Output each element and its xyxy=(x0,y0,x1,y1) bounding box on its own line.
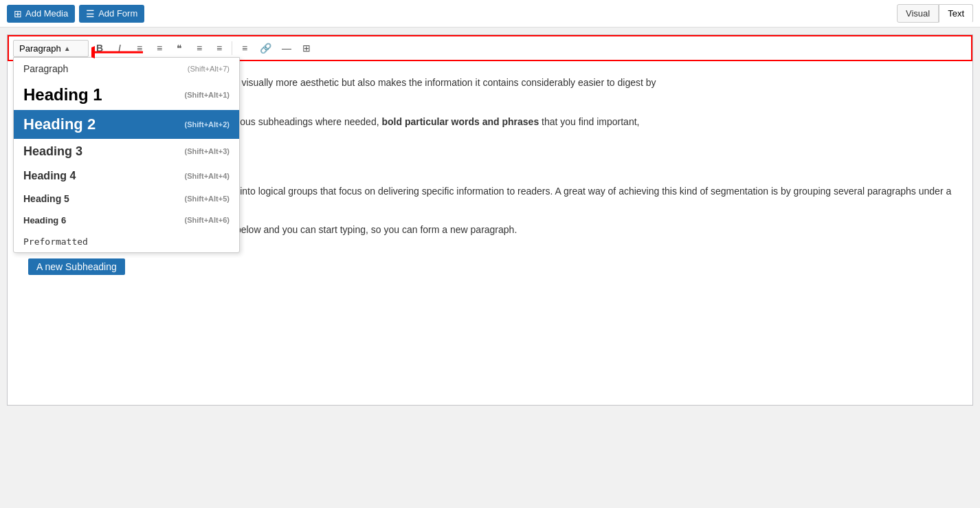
dropdown-item-heading4[interactable]: Heading 4 (Shift+Alt+4) xyxy=(14,164,239,188)
dropdown-item-paragraph-label: Paragraph xyxy=(23,63,68,74)
tab-visual[interactable]: Visual xyxy=(897,4,939,23)
dropdown-item-heading4-label: Heading 4 xyxy=(23,170,76,182)
bold-button[interactable]: B xyxy=(91,39,109,57)
add-media-button[interactable]: ⊞ Add Media xyxy=(7,5,75,23)
toolbar-separator xyxy=(232,41,232,55)
align-left-button[interactable]: ≡ xyxy=(190,39,208,57)
dropdown-item-heading2[interactable]: Heading 2 (Shift+Alt+2) xyxy=(14,110,239,139)
align-center-button[interactable]: ≡ xyxy=(210,39,228,57)
dropdown-item-heading2-shortcut: (Shift+Alt+2) xyxy=(185,120,230,129)
dropdown-item-heading5-shortcut: (Shift+Alt+5) xyxy=(185,195,230,203)
ordered-list-button[interactable]: ≡ xyxy=(131,39,148,57)
view-tabs: Visual Text xyxy=(897,4,973,23)
hr-button[interactable]: — xyxy=(278,39,296,57)
subheading-badge-wrapper: A new Subheading xyxy=(28,258,952,275)
format-dropdown-wrapper: Paragraph ▲ Paragraph (Shift+Alt+7) Head… xyxy=(13,40,89,57)
dropdown-item-paragraph-shortcut: (Shift+Alt+7) xyxy=(188,65,230,73)
align-right-button[interactable]: ≡ xyxy=(236,39,254,57)
dropdown-item-heading3-shortcut: (Shift+Alt+3) xyxy=(185,147,230,155)
editor-container: Paragraph ▲ Paragraph (Shift+Alt+7) Head… xyxy=(7,34,973,406)
format-dropdown-menu: Paragraph (Shift+Alt+7) Heading 1 (Shift… xyxy=(13,57,240,253)
unordered-list-button[interactable]: ≡ xyxy=(151,39,168,57)
dropdown-item-preformatted-label: Preformatted xyxy=(23,236,88,247)
editor-toolbar-row: Paragraph ▲ Paragraph (Shift+Alt+7) Head… xyxy=(8,35,972,61)
dropdown-item-heading4-shortcut: (Shift+Alt+4) xyxy=(185,172,230,180)
format-dropdown-button[interactable]: Paragraph ▲ xyxy=(13,40,89,57)
top-action-bar: ⊞ Add Media ☰ Add Form Visual Text xyxy=(0,0,980,27)
italic-button[interactable]: I xyxy=(111,39,129,57)
dropdown-item-heading1[interactable]: Heading 1 (Shift+Alt+1) xyxy=(14,80,239,110)
blockquote-button[interactable]: ❝ xyxy=(170,39,188,57)
add-form-button[interactable]: ☰ Add Form xyxy=(79,5,144,23)
format-dropdown-current: Paragraph xyxy=(19,43,61,54)
dropdown-item-heading5-label: Heading 5 xyxy=(23,193,69,204)
add-form-icon: ☰ xyxy=(86,8,95,19)
dropdown-item-heading5[interactable]: Heading 5 (Shift+Alt+5) xyxy=(14,188,239,210)
dropdown-item-preformatted[interactable]: Preformatted xyxy=(14,231,239,252)
dropdown-item-heading1-label: Heading 1 xyxy=(23,85,102,104)
dropdown-item-heading2-label: Heading 2 xyxy=(23,115,96,133)
dropdown-item-paragraph[interactable]: Paragraph (Shift+Alt+7) xyxy=(14,58,239,80)
dropdown-item-heading3[interactable]: Heading 3 (Shift+Alt+3) xyxy=(14,139,239,164)
dropdown-item-heading1-shortcut: (Shift+Alt+1) xyxy=(185,91,230,99)
add-media-icon: ⊞ xyxy=(14,8,22,19)
link-button[interactable]: 🔗 xyxy=(256,39,276,57)
tab-text[interactable]: Text xyxy=(939,4,973,23)
dropdown-item-heading6-shortcut: (Shift+Alt+6) xyxy=(185,216,230,224)
dropdown-item-heading6[interactable]: Heading 6 (Shift+Alt+6) xyxy=(14,210,239,231)
dropdown-item-heading6-label: Heading 6 xyxy=(23,215,66,225)
bold-text: bold particular words and phrases xyxy=(381,116,539,127)
dropdown-item-heading3-label: Heading 3 xyxy=(23,144,82,159)
dropdown-arrow-icon: ▲ xyxy=(64,45,71,52)
table-button[interactable]: ⊞ xyxy=(298,39,315,57)
subheading-badge: A new Subheading xyxy=(28,258,125,275)
